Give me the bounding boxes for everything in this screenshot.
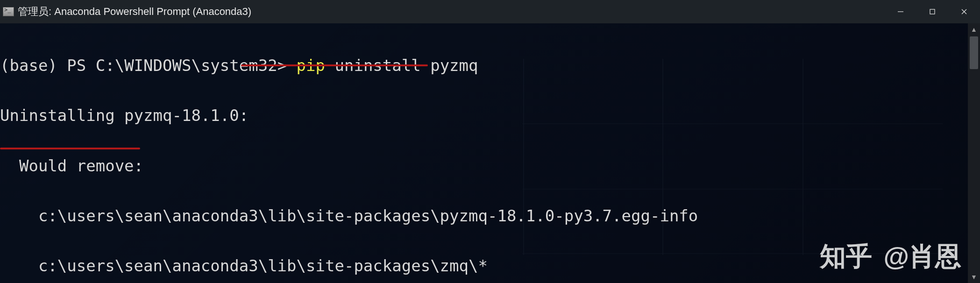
prompt-ps: PS: [67, 56, 95, 75]
prompt-line-1: (base) PS C:\WINDOWS\system32> pip unins…: [0, 57, 980, 74]
maximize-icon: [929, 8, 936, 15]
svg-rect-1: [930, 9, 935, 14]
prompt-env: (base): [0, 56, 67, 75]
window-controls: [885, 0, 980, 23]
annotation-underline-proceed: [0, 148, 140, 149]
output-line: Uninstalling pyzmq-18.1.0:: [0, 107, 980, 124]
annotation-underline-command: [241, 64, 428, 66]
vertical-scrollbar[interactable]: ▲ ▼: [968, 23, 980, 283]
minimize-icon: [897, 8, 904, 15]
output-line: c:\users\sean\anaconda3\lib\site-package…: [0, 208, 980, 225]
minimize-button[interactable]: [885, 0, 916, 23]
maximize-button[interactable]: [916, 0, 948, 23]
scroll-down-arrow-icon[interactable]: ▼: [968, 271, 980, 283]
titlebar[interactable]: 管理员: Anaconda Powershell Prompt (Anacond…: [0, 0, 980, 23]
output-line: Would remove:: [0, 158, 980, 175]
watermark-author: @肖恩: [883, 239, 961, 275]
close-icon: [960, 8, 968, 15]
close-button[interactable]: [948, 0, 980, 23]
scroll-up-arrow-icon[interactable]: ▲: [968, 23, 980, 35]
watermark: 知乎 @肖恩: [820, 239, 961, 275]
terminal-app-icon: [3, 7, 14, 16]
watermark-brand: 知乎: [820, 239, 872, 275]
scroll-thumb[interactable]: [970, 36, 978, 69]
window-title: 管理员: Anaconda Powershell Prompt (Anacond…: [18, 5, 251, 19]
